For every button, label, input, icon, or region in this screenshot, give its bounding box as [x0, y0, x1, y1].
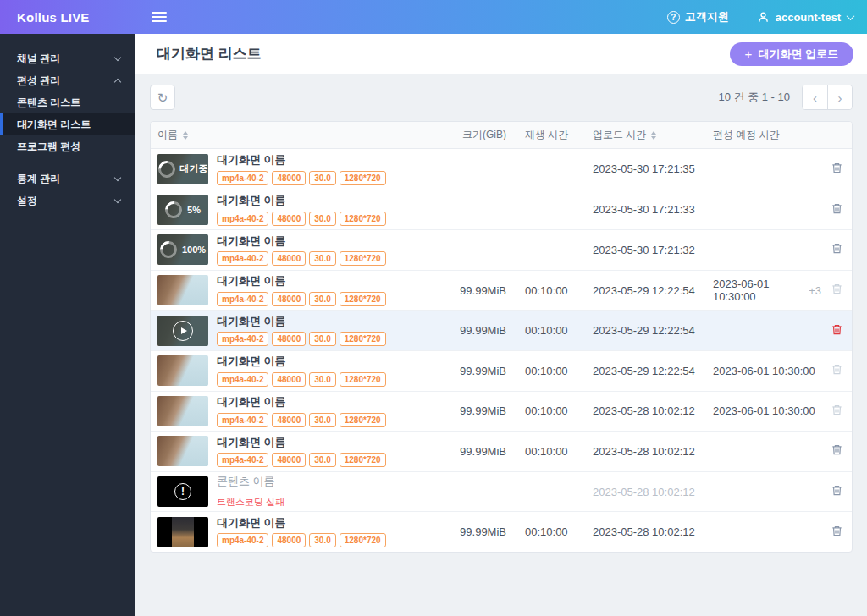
name-cell: 대기중대기화면 이름mp4a-40-24800030.01280*720: [151, 153, 457, 185]
codec-chips: mp4a-40-24800030.01280*720: [217, 533, 386, 547]
table-row[interactable]: 100%대기화면 이름mp4a-40-24800030.01280*720202…: [151, 229, 852, 270]
codec-chip: mp4a-40-2: [217, 171, 268, 185]
action-cell: [821, 361, 852, 380]
action-cell: [821, 281, 852, 300]
duration-cell: 00:10:00: [525, 284, 593, 297]
account-menu[interactable]: account-test: [757, 11, 853, 24]
app-logo[interactable]: Kollus LIVE: [0, 10, 135, 25]
scheduled-time: 2023-06-01 10:30:00: [713, 404, 815, 417]
action-cell: [821, 442, 852, 460]
uploaded-cell: 2023-05-28 10:02:12: [593, 486, 713, 498]
next-page-button[interactable]: ›: [827, 85, 852, 109]
codec-chip: mp4a-40-2: [217, 453, 268, 467]
uploaded-cell: 2023-05-29 12:22:54: [593, 324, 713, 337]
action-cell: [821, 523, 852, 542]
codec-chip: 30.0: [309, 413, 335, 427]
name-cell: 5%대기화면 이름mp4a-40-24800030.01280*720: [151, 194, 457, 226]
codec-chip: 30.0: [309, 332, 335, 346]
support-link[interactable]: ? 고객지원: [667, 9, 729, 25]
row-title: 대기화면 이름: [217, 436, 386, 449]
help-icon: ?: [667, 11, 680, 24]
codec-chip: 30.0: [309, 212, 335, 226]
column-header-name[interactable]: 이름: [151, 128, 457, 142]
trash-icon: [831, 443, 843, 459]
duration-cell: 00:10:00: [525, 404, 593, 417]
delete-button[interactable]: [829, 523, 845, 542]
codec-chip: 48000: [272, 533, 306, 547]
column-header-dur: 재생 시간: [525, 128, 593, 142]
codec-chip: mp4a-40-2: [217, 372, 268, 387]
upload-button[interactable]: + 대기화면 업로드: [730, 42, 853, 66]
thumbnail-play: [157, 316, 208, 346]
table-row[interactable]: 대기화면 이름mp4a-40-24800030.01280*72099.99Mi…: [151, 350, 852, 391]
table-row[interactable]: !콘텐츠 이름트랜스코딩 실패2023-05-28 10:02:12: [151, 471, 852, 512]
progress-label: 100%: [182, 245, 206, 255]
table-row[interactable]: 대기화면 이름mp4a-40-24800030.01280*72099.99Mi…: [151, 391, 852, 432]
action-cell: [821, 201, 852, 219]
sidebar-item-active[interactable]: 대기화면 리스트: [0, 113, 135, 135]
codec-chip: 1280*720: [340, 533, 386, 547]
column-header-label: 재생 시간: [525, 128, 568, 142]
delete-button[interactable]: [829, 240, 845, 259]
uploaded-cell: 2023-05-28 10:02:12: [593, 525, 713, 538]
thumbnail-progress: 5%: [157, 195, 208, 225]
sidebar-item-label: 콘텐츠 리스트: [17, 96, 80, 110]
size-cell: 99.99MiB: [457, 324, 525, 337]
table-row[interactable]: 대기화면 이름mp4a-40-24800030.01280*72099.99Mi…: [151, 511, 852, 552]
table-row[interactable]: 5%대기화면 이름mp4a-40-24800030.01280*7202023-…: [151, 190, 852, 230]
sidebar-item-6[interactable]: 설정: [0, 190, 135, 212]
codec-chips: mp4a-40-24800030.01280*720: [217, 251, 386, 266]
action-cell: [821, 160, 852, 179]
transcoding-failed-label: 트랜스코딩 실패: [217, 496, 284, 509]
column-header-size: 크기(GiB): [457, 128, 525, 142]
spinner-icon: [157, 157, 179, 181]
sidebar-item-2[interactable]: 콘텐츠 리스트: [0, 91, 135, 113]
page-header: 대기화면 리스트 + 대기화면 업로드: [135, 34, 867, 74]
delete-button[interactable]: [829, 201, 845, 219]
name-info: 콘텐츠 이름트랜스코딩 실패: [217, 475, 284, 509]
table-row[interactable]: 대기화면 이름mp4a-40-24800030.01280*72099.99Mi…: [151, 310, 852, 350]
column-header-label: 편성 예정 시간: [713, 128, 780, 142]
size-cell: 99.99MiB: [457, 525, 525, 538]
sidebar-item-0[interactable]: 채널 관리: [0, 47, 135, 69]
sort-icon[interactable]: [651, 131, 656, 140]
account-label: account-test: [776, 11, 841, 24]
spinner-icon: [157, 238, 180, 261]
trash-icon: [831, 363, 843, 378]
codec-chip: 48000: [272, 413, 306, 427]
progress-label: 대기중: [180, 162, 208, 175]
pager: ‹ ›: [802, 85, 853, 110]
uploaded-cell: 2023-05-29 12:22:54: [593, 365, 713, 377]
refresh-button[interactable]: ↻: [150, 85, 175, 110]
hamburger-menu-icon[interactable]: [152, 12, 167, 22]
delete-button[interactable]: [829, 482, 845, 501]
topbar-divider: [743, 8, 743, 26]
delete-button[interactable]: [829, 442, 845, 460]
sidebar-item-5[interactable]: 통계 관리: [0, 168, 135, 190]
delete-button[interactable]: [829, 322, 845, 340]
table-row[interactable]: 대기화면 이름mp4a-40-24800030.01280*72099.99Mi…: [151, 431, 852, 471]
scheduled-time: 2023-06-01 10:30:00: [713, 365, 815, 377]
table-row[interactable]: 대기화면 이름mp4a-40-24800030.01280*72099.99Mi…: [151, 270, 852, 311]
column-header-up[interactable]: 업로드 시간: [593, 128, 713, 142]
pillarbox-image: [172, 517, 194, 547]
scheduled-cell: 2023-06-01 10:30:00: [713, 404, 821, 417]
codec-chips: mp4a-40-24800030.01280*720: [217, 453, 386, 467]
name-info: 대기화면 이름mp4a-40-24800030.01280*720: [217, 153, 386, 185]
thumbnail-photo: [157, 436, 208, 466]
thumbnail-pillarbox: [157, 517, 208, 547]
support-label: 고객지원: [685, 9, 729, 25]
sort-icon[interactable]: [183, 131, 188, 140]
page-title: 대기화면 리스트: [157, 44, 262, 63]
error-icon: !: [157, 476, 208, 507]
duration-cell: 00:10:00: [525, 365, 593, 377]
prev-page-button[interactable]: ‹: [803, 85, 827, 109]
progress-label: 5%: [187, 205, 201, 215]
size-cell: 99.99MiB: [457, 365, 525, 377]
column-header-label: 크기(GiB): [462, 128, 506, 142]
delete-button: [829, 402, 845, 421]
delete-button[interactable]: [829, 160, 845, 179]
sidebar-item-4[interactable]: 프로그램 편성: [0, 135, 135, 157]
table-row[interactable]: 대기중대기화면 이름mp4a-40-24800030.01280*7202023…: [151, 149, 852, 190]
sidebar-item-1[interactable]: 편성 관리: [0, 69, 135, 91]
